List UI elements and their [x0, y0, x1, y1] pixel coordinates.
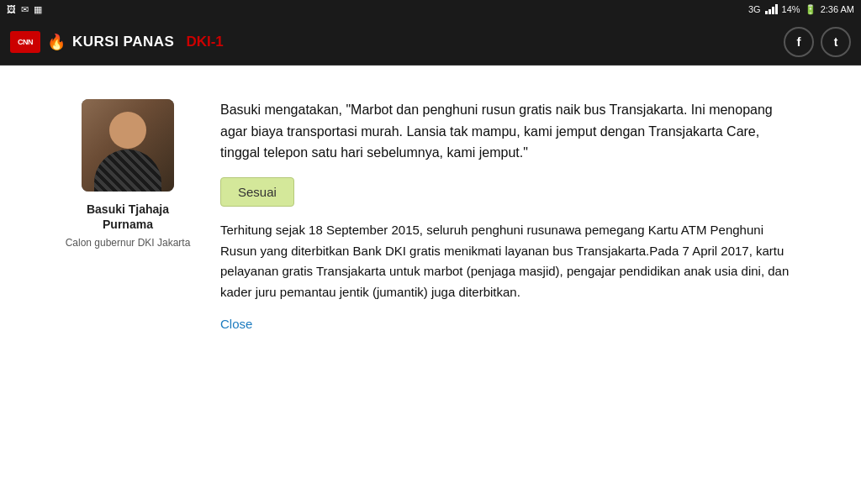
social-icons: f t [784, 27, 851, 57]
main-content: Basuki TjahajaPurnama Calon gubernur DKI… [0, 66, 861, 504]
brand-section: CNN 🔥 KURSI PANAS DKI-1 [10, 31, 784, 53]
battery-icon: 🔋 [805, 4, 816, 15]
fact-check-card: Basuki TjahajaPurnama Calon gubernur DKI… [52, 82, 809, 348]
cnn-logo: CNN [10, 31, 40, 53]
avatar [82, 99, 174, 192]
person-section: Basuki TjahajaPurnama Calon gubernur DKI… [61, 99, 195, 331]
twitter-button[interactable]: t [821, 27, 851, 57]
network-label: 3G [748, 4, 761, 14]
facebook-icon: f [797, 34, 801, 49]
twitter-icon: t [834, 35, 838, 49]
person-title: Calon gubernur DKI Jakarta [66, 236, 191, 250]
time-label: 2:36 AM [821, 4, 854, 14]
facebook-button[interactable]: f [784, 27, 814, 57]
quote-text: Basuki mengatakan, "Marbot dan penghuni … [220, 99, 800, 164]
brand-title: KURSI PANAS [72, 34, 174, 50]
battery-label: 14% [782, 4, 800, 14]
avatar-image [82, 99, 174, 192]
cnn-text: CNN [18, 38, 33, 46]
signal-icon [765, 4, 778, 14]
message-icon: ▦ [34, 4, 42, 15]
fact-text: Terhitung sejak 18 September 2015, selur… [220, 220, 800, 303]
sesuai-label: Sesuai [238, 185, 277, 199]
fire-icon: 🔥 [47, 33, 66, 51]
brand-subtitle: DKI-1 [186, 34, 223, 50]
person-name: Basuki TjahajaPurnama [87, 202, 169, 232]
status-bar: 🖼 ✉ ▦ 3G 14% 🔋 2:36 AM [0, 0, 861, 18]
close-link[interactable]: Close [220, 317, 800, 331]
content-section: Basuki mengatakan, "Marbot dan penghuni … [220, 99, 800, 331]
image-icon: 🖼 [7, 4, 16, 14]
sesuai-button[interactable]: Sesuai [220, 177, 294, 207]
navbar: CNN 🔥 KURSI PANAS DKI-1 f t [0, 18, 861, 66]
mail-icon: ✉ [21, 4, 29, 15]
